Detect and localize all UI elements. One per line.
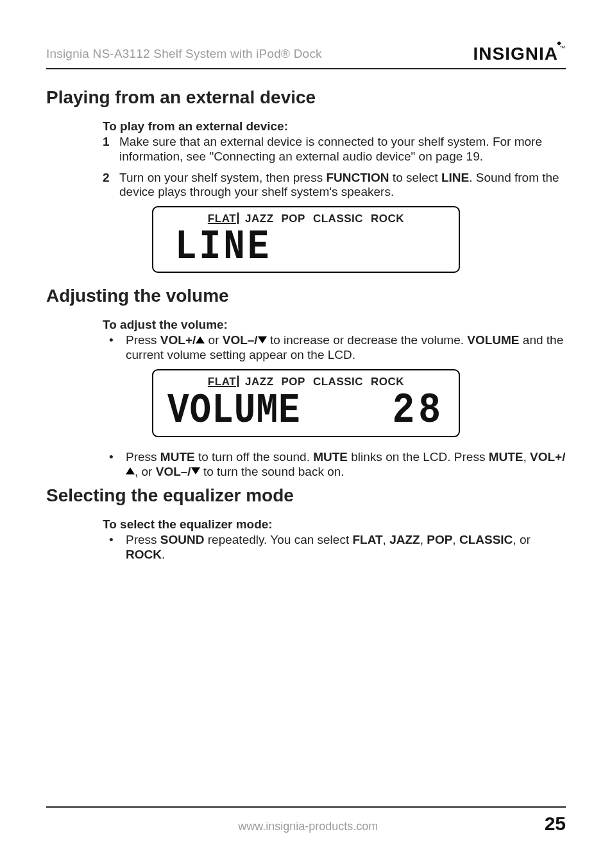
step-1: 1 Make sure that an external device is c… xyxy=(103,135,566,164)
lcd-main-text: LINE xyxy=(175,227,271,268)
down-arrow-icon xyxy=(258,336,267,343)
up-arrow-icon xyxy=(196,336,205,343)
lcd-display-volume: FLAT JAZZ POP CLASSIC ROCK VOLUME 28 xyxy=(152,369,460,437)
header-divider xyxy=(46,68,566,69)
sub-heading-play: To play from an external device: xyxy=(103,119,566,134)
sub-heading-volume: To adjust the volume: xyxy=(103,318,566,332)
up-arrow-icon xyxy=(126,467,135,474)
lcd-display-line: FLAT JAZZ POP CLASSIC ROCK LINE xyxy=(152,206,460,273)
bullet-mute: • Press MUTE to turn off the sound. MUTE… xyxy=(103,450,566,480)
footer-url: www.insignia-products.com xyxy=(72,820,545,833)
step-2: 2 Turn on your shelf system, then press … xyxy=(103,171,566,200)
section-heading-volume: Adjusting the volume xyxy=(46,286,566,306)
bullet-vol-adjust: • Press VOL+/ or VOL–/ to increase or de… xyxy=(103,333,566,363)
sub-heading-eq: To select the equalizer mode: xyxy=(103,517,566,532)
footer-divider xyxy=(46,806,566,808)
product-header: Insignia NS-A3112 Shelf System with iPod… xyxy=(46,47,322,61)
section-heading-playing: Playing from an external device xyxy=(46,87,566,108)
down-arrow-icon xyxy=(191,467,200,474)
bullet-eq-select: • Press SOUND repeatedly. You can select… xyxy=(103,533,566,562)
lcd-volume-label: VOLUME xyxy=(167,390,301,431)
brand-logo: INSIGNIA™ xyxy=(473,44,566,64)
page-number: 25 xyxy=(545,813,566,835)
section-heading-eq: Selecting the equalizer mode xyxy=(46,485,566,506)
lcd-volume-value: 28 xyxy=(392,389,445,432)
